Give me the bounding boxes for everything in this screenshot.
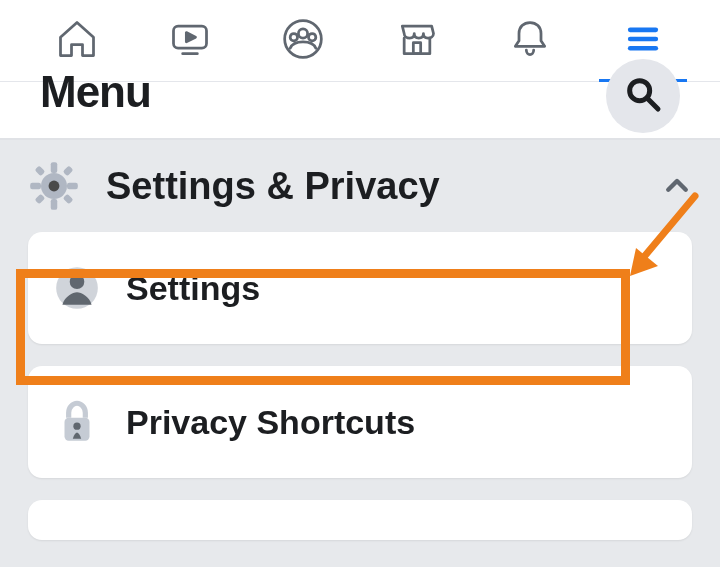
lock-icon xyxy=(52,397,102,447)
home-icon xyxy=(55,17,99,65)
chevron-up-icon xyxy=(662,171,692,201)
tab-video[interactable] xyxy=(160,11,220,71)
bell-icon xyxy=(508,17,552,65)
search-button[interactable] xyxy=(606,59,680,133)
settings-label: Settings xyxy=(126,269,260,308)
svg-rect-17 xyxy=(67,183,78,190)
tab-groups[interactable] xyxy=(273,11,333,71)
profile-icon xyxy=(52,263,102,313)
next-item-peek[interactable] xyxy=(28,500,692,540)
svg-rect-14 xyxy=(51,162,58,173)
svg-point-4 xyxy=(299,28,308,37)
svg-rect-16 xyxy=(30,183,41,190)
privacy-shortcuts-item[interactable]: Privacy Shortcuts xyxy=(28,366,692,478)
hamburger-icon xyxy=(621,17,665,65)
marketplace-icon xyxy=(395,17,439,65)
video-icon xyxy=(168,17,212,65)
section-settings-privacy[interactable]: Settings & Privacy xyxy=(0,140,720,232)
svg-rect-20 xyxy=(63,165,74,176)
menu-content: Settings & Privacy Settings xyxy=(0,140,720,567)
page-header: Menu xyxy=(0,82,720,140)
svg-point-6 xyxy=(309,33,316,40)
gear-icon xyxy=(28,160,80,212)
svg-rect-19 xyxy=(63,194,74,205)
section-items: Settings Privacy Shortcuts xyxy=(0,232,720,540)
search-icon xyxy=(623,74,663,118)
tab-home[interactable] xyxy=(47,11,107,71)
svg-rect-21 xyxy=(35,194,46,205)
svg-point-5 xyxy=(290,33,297,40)
svg-rect-15 xyxy=(51,199,58,210)
svg-rect-18 xyxy=(35,165,46,176)
section-title: Settings & Privacy xyxy=(106,165,662,208)
groups-icon xyxy=(281,17,325,65)
privacy-shortcuts-label: Privacy Shortcuts xyxy=(126,403,415,442)
svg-point-22 xyxy=(49,181,60,192)
settings-item[interactable]: Settings xyxy=(28,232,692,344)
svg-point-24 xyxy=(70,274,85,289)
svg-line-12 xyxy=(648,99,658,109)
svg-point-26 xyxy=(73,423,80,430)
tab-notifications[interactable] xyxy=(500,11,560,71)
page-title: Menu xyxy=(40,67,151,117)
tab-marketplace[interactable] xyxy=(387,11,447,71)
svg-marker-1 xyxy=(186,32,195,41)
svg-rect-7 xyxy=(413,42,420,53)
